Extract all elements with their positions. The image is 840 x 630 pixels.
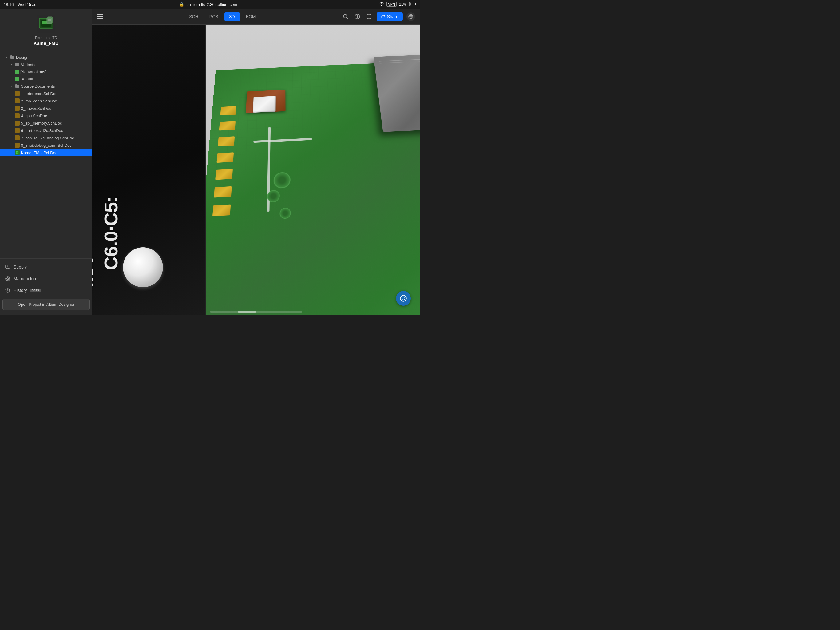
file-3-power[interactable]: 3_power.SchDoc <box>0 104 92 112</box>
open-project-label: Open Project in Altium Designer <box>18 302 74 307</box>
tab-3d[interactable]: 3D <box>224 12 240 21</box>
no-variations-label: [No Variations] <box>20 70 46 74</box>
tree-item-design[interactable]: Design <box>0 54 92 61</box>
url-text: fermium-ltd-2.365.altium.com <box>185 2 237 7</box>
status-bar-left: 18:16 Wed 15 Jul <box>4 2 37 7</box>
open-project-button[interactable]: Open Project in Altium Designer <box>2 299 90 310</box>
file-5-spi[interactable]: 5_spi_memory.SchDoc <box>0 119 92 127</box>
svg-line-40 <box>405 296 406 298</box>
share-icon <box>381 14 385 19</box>
main-content: SCH PCB 3D BOM <box>92 9 420 315</box>
no-variations-icon <box>15 70 19 74</box>
status-bar: 18:16 Wed 15 Jul 🔒 fermium-ltd-2.365.alt… <box>0 0 420 9</box>
file-2-label: 2_mb_conn.SchDoc <box>21 99 57 103</box>
nav-manufacture[interactable]: Manufacture <box>0 273 92 285</box>
top-toolbar: SCH PCB 3D BOM <box>92 9 420 25</box>
globe-button[interactable] <box>406 12 415 21</box>
wifi-icon <box>379 2 384 7</box>
gold-pad-4 <box>216 152 234 163</box>
tab-bar: SCH PCB 3D BOM <box>184 12 261 21</box>
source-docs-folder-icon <box>15 84 20 89</box>
file-4-cpu[interactable]: 4_cpu.SchDoc <box>0 112 92 119</box>
svg-point-31 <box>357 15 357 16</box>
variants-folder-icon <box>15 62 20 67</box>
svg-rect-2 <box>415 3 416 5</box>
globe-icon <box>408 14 414 19</box>
company-name: Fermium LTD <box>35 36 57 40</box>
file-1-label: 1_reference.SchDoc <box>21 91 57 96</box>
tree-item-source-documents[interactable]: Source Documents <box>0 82 92 90</box>
file-7-label: 7_can_rc_i2c_analog.SchDoc <box>21 136 74 140</box>
share-button[interactable]: Share <box>377 12 403 21</box>
fullscreen-button[interactable] <box>365 13 373 21</box>
file-pcb-doc[interactable]: Kame_FMU.PcbDoc <box>0 149 92 156</box>
sidebar: Fermium LTD Kame_FMU Design Variants <box>0 9 92 315</box>
tree-item-variants[interactable]: Variants <box>0 61 92 68</box>
nav-supply[interactable]: Supply <box>0 261 92 273</box>
manufacture-label: Manufacture <box>14 276 38 281</box>
schematic-file-icon-8 <box>15 143 20 148</box>
svg-point-38 <box>402 297 405 300</box>
supply-label: Supply <box>14 264 27 269</box>
component-text-line1: C6.0·C5: <box>100 196 122 270</box>
info-button[interactable] <box>353 13 361 21</box>
file-7-can[interactable]: 7_can_rc_i2c_analog.SchDoc <box>0 134 92 141</box>
file-5-label: 5_spi_memory.SchDoc <box>21 121 62 125</box>
black-component: C6.0·C5: 4.5V <box>92 25 206 315</box>
source-docs-chevron <box>10 84 14 88</box>
history-icon <box>5 288 11 293</box>
pcb-doc-label: Kame_FMU.PcbDoc <box>21 150 57 155</box>
design-folder-icon <box>10 55 15 60</box>
sidebar-header: Fermium LTD Kame_FMU <box>0 9 92 51</box>
pcb-scene: C6.0·C5: 4.5V <box>92 25 420 315</box>
white-component-top <box>253 96 276 112</box>
gold-pad-3 <box>218 136 235 146</box>
scrollbar-thumb[interactable] <box>238 311 256 313</box>
file-6-uart[interactable]: 6_uart_esc_i2c.SchDoc <box>0 127 92 134</box>
hamburger-menu[interactable] <box>97 14 103 19</box>
tab-bom[interactable]: BOM <box>241 12 261 21</box>
time: 18:16 <box>4 2 14 7</box>
lock-icon: 🔒 <box>179 2 184 7</box>
history-beta-badge: BETA <box>30 288 41 292</box>
variants-label: Variants <box>21 62 35 67</box>
status-bar-right: VPN 21% <box>379 2 416 7</box>
nav-history[interactable]: History BETA <box>0 285 92 296</box>
manufacture-icon <box>5 276 11 282</box>
battery-percent: 21% <box>399 2 406 6</box>
tab-sch[interactable]: SCH <box>184 12 203 21</box>
history-label: History <box>14 288 27 293</box>
file-8-imu[interactable]: 8_imu&debug_conn.SchDoc <box>0 141 92 149</box>
schematic-file-icon <box>15 91 20 96</box>
variants-chevron <box>10 63 14 66</box>
toolbar-right: Share <box>342 12 415 21</box>
tree-item-no-variations[interactable]: [No Variations] <box>0 68 92 75</box>
svg-rect-16 <box>17 152 18 154</box>
svg-line-42 <box>405 300 406 301</box>
sidebar-footer: Supply Manufacture <box>0 258 92 315</box>
pcb-file-icon <box>15 150 20 155</box>
design-chevron <box>5 55 9 59</box>
fullscreen-icon <box>366 14 372 19</box>
tab-pcb[interactable]: PCB <box>204 12 223 21</box>
source-documents-label: Source Documents <box>21 84 55 89</box>
search-button[interactable] <box>342 13 350 21</box>
file-4-label: 4_cpu.SchDoc <box>21 114 47 118</box>
horizontal-scrollbar[interactable] <box>210 311 302 313</box>
sidebar-tree: Design Variants [No Variations] Default <box>0 51 92 258</box>
ic-mark-2 <box>379 60 420 63</box>
svg-rect-1 <box>409 2 411 5</box>
tree-item-default[interactable]: Default <box>0 75 92 82</box>
component-text-line2: 4.5V <box>92 255 98 293</box>
file-1-reference[interactable]: 1_reference.SchDoc <box>0 90 92 97</box>
schematic-file-icon-5 <box>15 120 20 125</box>
schematic-file-icon-6 <box>15 128 20 133</box>
gold-pad-5 <box>215 169 233 180</box>
3d-viewport[interactable]: C6.0·C5: 4.5V <box>92 25 420 315</box>
ic-mark-1 <box>379 59 420 61</box>
file-2-mb-conn[interactable]: 2_mb_conn.SchDoc <box>0 97 92 104</box>
svg-point-22 <box>7 278 9 280</box>
file-6-label: 6_uart_esc_i2c.SchDoc <box>21 128 63 133</box>
schematic-file-icon-2 <box>15 98 20 103</box>
support-button[interactable] <box>396 291 411 306</box>
